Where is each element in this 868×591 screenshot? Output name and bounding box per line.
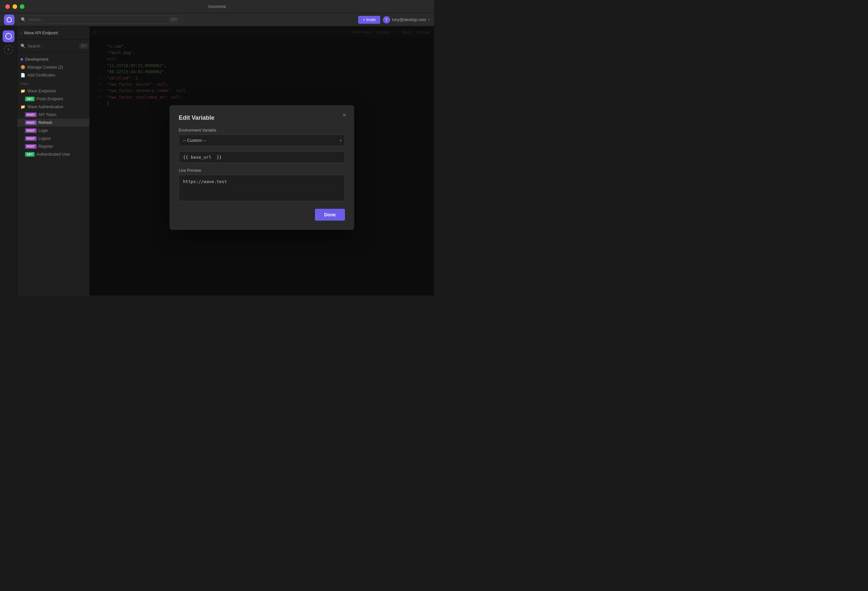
maximize-button[interactable] <box>20 4 24 9</box>
modal-overlay: Edit Variable × Environment Variable -- … <box>90 27 434 296</box>
done-button[interactable]: Done <box>315 209 345 221</box>
filter-label: Filter <box>17 79 89 87</box>
cert-icon: 📄 <box>21 73 25 77</box>
edit-variable-modal: Edit Variable × Environment Variable -- … <box>170 105 354 230</box>
request-refresh[interactable]: POST Refresh <box>17 119 89 127</box>
close-button[interactable] <box>5 4 10 9</box>
method-badge-post: POST <box>25 112 37 117</box>
cookies-label: Manage Cookies (2) <box>27 65 63 69</box>
certificates-label: Add Certificates <box>27 73 55 77</box>
modal-close-button[interactable]: × <box>340 111 349 120</box>
search-bar: 🔍 ⌘P <box>17 40 89 53</box>
left-panel: ‹ Wave API Endpoint 🔍 ⌘P Development 🍪 M… <box>17 27 90 296</box>
home-icon-button[interactable] <box>3 30 15 42</box>
template-input[interactable] <box>179 151 345 163</box>
folder-wave-auth[interactable]: 📁 Wave Authentication <box>17 103 89 111</box>
request-logout[interactable]: POST Logout <box>17 134 89 142</box>
add-workspace-button[interactable]: + <box>4 45 13 54</box>
method-badge-post-refresh: POST <box>25 120 37 125</box>
main-area: B 1 Month Ago ▾ Cookies → Mock Console "… <box>90 27 434 296</box>
search-placeholder: Search... <box>28 18 44 22</box>
env-variable-select[interactable]: -- Custom -- Development Production Stag… <box>179 134 345 146</box>
method-badge-get-auth: GET <box>25 152 35 157</box>
request-posts-endpoint[interactable]: GET Posts Endpoint <box>17 95 89 103</box>
request-register[interactable]: POST Register <box>17 142 89 151</box>
request-api-token[interactable]: POST API Token <box>17 111 89 119</box>
request-name: Posts Endpoint <box>37 97 63 101</box>
back-button[interactable]: ‹ <box>21 30 22 35</box>
env-select-wrapper: -- Custom -- Development Production Stag… <box>179 134 345 146</box>
environment-item[interactable]: Development <box>17 55 89 64</box>
request-name-refresh: Refresh <box>38 120 52 125</box>
window-controls <box>5 4 24 9</box>
user-chevron-icon: ▾ <box>428 18 430 22</box>
add-certificates-item[interactable]: 📄 Add Certificates <box>17 71 89 79</box>
app-body: + ⚙ ‹ Wave API Endpoint 🔍 ⌘P Development… <box>0 27 434 296</box>
preview-textarea[interactable]: https://wave.test <box>179 175 345 201</box>
user-info[interactable]: T tony@devdojo.com ▾ <box>383 16 430 24</box>
modal-footer: Done <box>179 209 345 221</box>
sidebar-search-shortcut: ⌘P <box>79 43 89 49</box>
invite-button[interactable]: + Invite <box>358 16 380 24</box>
preferences-icon-button[interactable]: ⚙ <box>3 293 15 296</box>
template-group <box>179 151 345 163</box>
request-login[interactable]: POST Login <box>17 127 89 134</box>
request-name-auth: Authenticated User <box>37 152 70 157</box>
method-badge-post-login: POST <box>25 128 37 133</box>
manage-cookies-item[interactable]: 🍪 Manage Cookies (2) <box>17 64 89 71</box>
request-name-register: Register <box>38 144 53 149</box>
method-badge-get: GET <box>25 97 35 101</box>
request-name-logout: Logout <box>38 136 51 141</box>
method-badge-post-logout: POST <box>25 136 37 141</box>
method-badge-post-register: POST <box>25 144 37 149</box>
request-name: API Token <box>38 112 56 117</box>
titlebar: Insomnia <box>0 0 434 13</box>
env-variable-label: Environment Variable <box>179 128 345 133</box>
icon-sidebar: + ⚙ <box>0 27 17 296</box>
preview-group: Live Preview https://wave.test <box>179 168 345 202</box>
preview-label: Live Preview <box>179 168 345 173</box>
window-title: Insomnia <box>208 4 226 9</box>
request-name-login: Login <box>38 128 48 133</box>
sidebar-search-icon: 🔍 <box>21 44 26 49</box>
folder-label: Wave Endpoints <box>27 89 56 93</box>
left-panel-header: ‹ Wave API Endpoint <box>17 27 89 40</box>
user-avatar: T <box>383 16 390 24</box>
search-shortcut: ⌘P <box>169 17 179 22</box>
user-email: tony@devdojo.com <box>392 18 426 22</box>
folder-icon: 📁 <box>21 89 25 93</box>
sidebar-content: Development 🍪 Manage Cookies (2) 📄 Add C… <box>17 53 89 296</box>
environment-label: Development <box>25 57 49 62</box>
folder-wave-endpoints[interactable]: 📁 Wave Endpoints <box>17 87 89 95</box>
search-icon: 🔍 <box>21 17 26 22</box>
env-variable-group: Environment Variable -- Custom -- Develo… <box>179 128 345 146</box>
folder-icon-auth: 📁 <box>21 105 25 109</box>
minimize-button[interactable] <box>13 4 17 9</box>
request-auth-user[interactable]: GET Authenticated User <box>17 151 89 158</box>
modal-title: Edit Variable <box>179 114 345 121</box>
panel-title: Wave API Endpoint <box>24 31 58 35</box>
folder-auth-label: Wave Authentication <box>27 105 63 109</box>
env-indicator <box>21 58 23 61</box>
sidebar-search-input[interactable] <box>28 44 77 49</box>
cookies-icon: 🍪 <box>21 65 25 69</box>
app-header: 🔍 Search... ⌘P + Invite T tony@devdojo.c… <box>0 13 434 27</box>
